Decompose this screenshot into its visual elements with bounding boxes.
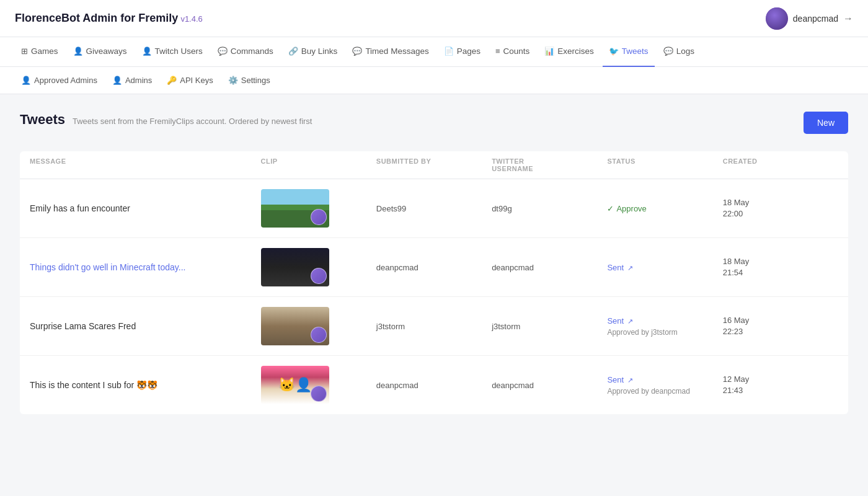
cell-twitter-3: j3tstorm <box>492 322 607 331</box>
cell-message-3: Surprise Lama Scares Fred <box>30 321 261 331</box>
approve-button-1[interactable]: ✓ Approve <box>607 204 722 213</box>
cell-twitter-1: dt99g <box>492 204 607 213</box>
cell-submitted-3: j3tstorm <box>376 322 492 331</box>
nav-item-tweets[interactable]: 🐦 Tweets <box>603 37 655 67</box>
sent-link-2[interactable]: Sent ↗ <box>607 263 722 272</box>
cell-status-1: ✓ Approve <box>607 204 722 213</box>
page-title: Tweets <box>20 112 65 128</box>
cell-created-2: 18 May21:54 <box>723 256 838 278</box>
table-header: MESSAGE CLIP SUBMITTED BY TWITTERUSERNAM… <box>20 151 848 179</box>
cell-status-2: Sent ↗ <box>607 263 722 272</box>
chat-icon: 💬 <box>218 46 228 56</box>
bar-icon-2: 📊 <box>544 46 554 56</box>
cell-clip-1 <box>261 189 376 228</box>
cell-submitted-4: deanpcmad <box>376 381 492 390</box>
col-message: MESSAGE <box>30 157 261 172</box>
nav-item-counts[interactable]: ≡ Counts <box>489 37 536 67</box>
check-icon-1: ✓ <box>607 204 614 213</box>
external-icon-2: ↗ <box>627 264 633 272</box>
cell-submitted-1: Deets99 <box>376 204 492 213</box>
nav-item-logs[interactable]: 💬 Logs <box>657 37 701 67</box>
clip-image-1 <box>261 189 329 228</box>
app-title: FlorenceBot Admin for Fremily <box>15 12 178 24</box>
external-icon-4: ↗ <box>627 376 633 384</box>
person-icon-4: 👤 <box>112 76 122 85</box>
clip-image-4: 🐱‍👤 <box>261 366 329 404</box>
clip-image-3 <box>261 307 329 345</box>
clip-thumb-2 <box>261 248 329 286</box>
grid-icon: ⊞ <box>21 46 28 56</box>
subnav-admins[interactable]: 👤 Admins <box>106 67 158 94</box>
person-icon: 👤 <box>73 46 83 56</box>
table-row: Emily has a fun encounter Deets99 dt99g … <box>20 179 848 238</box>
nav-item-buy-links[interactable]: 🔗 Buy Links <box>282 37 344 67</box>
col-status: STATUS <box>607 157 722 172</box>
primary-nav: ⊞ Games 👤 Giveaways 👤 Twitch Users 💬 Com… <box>0 37 868 67</box>
subnav-approved-admins[interactable]: 👤 Approved Admins <box>15 67 104 94</box>
subnav-api-keys[interactable]: 🔑 API Keys <box>161 67 219 94</box>
nav-item-timed-messages[interactable]: 💬 Timed Messages <box>346 37 435 67</box>
cell-created-4: 12 May21:43 <box>723 374 838 396</box>
cell-twitter-4: deanpcmad <box>492 381 607 390</box>
twitch-logo-4: 🐱‍👤 <box>278 377 312 393</box>
approved-by-3: Approved by j3tstorm <box>607 328 722 337</box>
nav-item-pages[interactable]: 📄 Pages <box>438 37 487 67</box>
cell-created-1: 18 May22:00 <box>723 197 838 219</box>
nav-item-twitch-users[interactable]: 👤 Twitch Users <box>136 37 209 67</box>
cell-submitted-2: deanpcmad <box>376 263 492 272</box>
user-area: deanpcmad → <box>766 7 853 30</box>
cell-message-2: Things didn't go well in Minecraft today… <box>30 262 261 272</box>
page-subtitle: Tweets sent from the FremilyClips accoun… <box>73 117 312 126</box>
person-icon-2: 👤 <box>142 46 152 56</box>
table-row: Things didn't go well in Minecraft today… <box>20 238 848 297</box>
nav-item-exercises[interactable]: 📊 Exercises <box>538 37 600 67</box>
cell-clip-4: 🐱‍👤 <box>261 366 376 404</box>
approved-by-4: Approved by deanpcmad <box>607 387 722 396</box>
new-button[interactable]: New <box>804 112 848 134</box>
cell-clip-3 <box>261 307 376 345</box>
col-twitter: TWITTERUSERNAME <box>492 157 607 172</box>
page-title-area: Tweets Tweets sent from the FremilyClips… <box>20 112 312 128</box>
page-icon: 📄 <box>444 46 454 56</box>
secondary-nav: 👤 Approved Admins 👤 Admins 🔑 API Keys ⚙️… <box>0 67 868 94</box>
sent-link-4[interactable]: Sent ↗ <box>607 375 722 384</box>
cell-twitter-2: deanpcmad <box>492 263 607 272</box>
clip-avatar-2 <box>311 268 327 284</box>
app-title-area: FlorenceBot Admin for Fremilyv1.4.6 <box>15 12 203 25</box>
cell-status-4: Sent ↗ Approved by deanpcmad <box>607 375 722 396</box>
col-clip: CLIP <box>261 157 376 172</box>
subnav-settings[interactable]: ⚙️ Settings <box>222 67 277 94</box>
external-icon-3: ↗ <box>627 317 633 325</box>
chat-icon-2: 💬 <box>352 46 362 56</box>
username: deanpcmad <box>793 14 838 24</box>
chat-icon-3: 💬 <box>663 46 673 56</box>
main-content: Tweets Tweets sent from the FremilyClips… <box>0 94 868 496</box>
bar-icon: ≡ <box>495 46 500 56</box>
link-icon: 🔗 <box>288 46 298 56</box>
cell-created-3: 16 May22:23 <box>723 315 838 337</box>
nav-item-games[interactable]: ⊞ Games <box>15 37 64 67</box>
clip-image-2 <box>261 248 329 286</box>
top-header: FlorenceBot Admin for Fremilyv1.4.6 dean… <box>0 0 868 37</box>
clip-thumb-4: 🐱‍👤 <box>261 366 329 404</box>
cell-status-3: Sent ↗ Approved by j3tstorm <box>607 316 722 337</box>
app-version: v1.4.6 <box>180 14 202 24</box>
col-created: CREATED <box>723 157 838 172</box>
table-row: This is the content I sub for 🐯🐯 🐱‍👤 dea… <box>20 356 848 414</box>
nav-item-commands[interactable]: 💬 Commands <box>211 37 280 67</box>
avatar <box>766 7 788 30</box>
cell-message-4: This is the content I sub for 🐯🐯 <box>30 380 261 390</box>
clip-avatar-1 <box>311 209 327 225</box>
clip-avatar-4 <box>311 386 327 402</box>
sent-link-3[interactable]: Sent ↗ <box>607 316 722 326</box>
key-icon: 🔑 <box>167 76 177 85</box>
twitter-icon: 🐦 <box>609 46 619 56</box>
logout-icon[interactable]: → <box>843 13 853 24</box>
nav-item-giveaways[interactable]: 👤 Giveaways <box>67 37 133 67</box>
page-header: Tweets Tweets sent from the FremilyClips… <box>20 112 848 134</box>
cell-clip-2 <box>261 248 376 286</box>
person-icon-3: 👤 <box>21 76 31 85</box>
clip-thumb-3 <box>261 307 329 345</box>
cell-message-1: Emily has a fun encounter <box>30 203 261 213</box>
col-submitted: SUBMITTED BY <box>376 157 492 172</box>
